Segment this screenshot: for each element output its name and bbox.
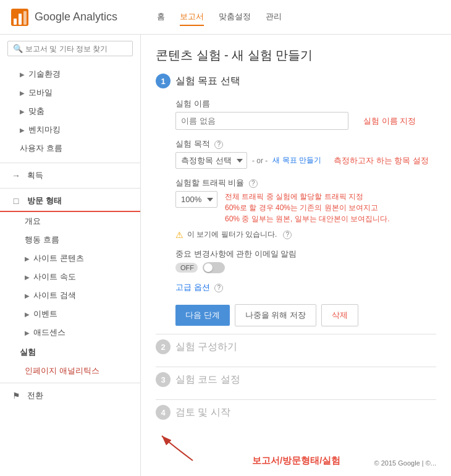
experiment-name-hint: 실험 이름 지정 bbox=[363, 116, 416, 127]
experiment-name-input[interactable] bbox=[175, 112, 348, 130]
sidebar-divider bbox=[0, 163, 140, 163]
step-3-circle: 3 bbox=[156, 372, 171, 387]
main-content: 콘텐츠 실험 - 새 실험 만들기 1 실험 목표 선택 실험 이름 실험 이름… bbox=[141, 35, 451, 476]
advanced-options-row: 고급 옵션 ? bbox=[175, 282, 436, 293]
step-2-title: 실험 구성하기 bbox=[175, 341, 237, 354]
chevron-icon: ▶ bbox=[25, 292, 30, 299]
step-2-header[interactable]: 2 실험 구성하기 bbox=[156, 334, 436, 359]
sidebar-item-experiment[interactable]: 실험 bbox=[0, 342, 140, 362]
chevron-icon: ▶ bbox=[20, 127, 25, 134]
step-2-circle: 2 bbox=[156, 339, 171, 354]
top-nav: 홈 보고서 맞춤설정 관리 bbox=[157, 9, 282, 26]
warning-question-icon[interactable]: ? bbox=[283, 231, 292, 239]
experiment-name-label: 실험 이름 bbox=[175, 98, 436, 109]
new-goal-link[interactable]: 새 목표 만들기 bbox=[272, 155, 321, 166]
step-1-header: 1 실험 목표 선택 bbox=[156, 74, 436, 88]
svg-rect-2 bbox=[19, 14, 22, 25]
experiment-goal-label: 실험 목적 ? bbox=[175, 138, 436, 150]
traffic-row: 100% 전체 트래픽 중 실험에 할당할 트래픽 지정 60%로 할 경우 4… bbox=[175, 191, 436, 224]
nav-customize[interactable]: 맞춤설정 bbox=[219, 9, 251, 26]
chevron-icon: ▶ bbox=[25, 311, 30, 318]
search-icon: 🔍 bbox=[13, 44, 23, 53]
annotation-text: 보고서/방문형태/실험 bbox=[252, 455, 340, 467]
footer-copyright: © 2015 Google | ©... bbox=[374, 459, 436, 467]
search-input[interactable] bbox=[25, 45, 127, 53]
email-label: 중요 변경사항에 관한 이메일 알림 bbox=[175, 249, 436, 260]
ga-logo-icon bbox=[10, 7, 30, 27]
logo-text: Google Analytics bbox=[35, 11, 117, 23]
sidebar-section-audience: ▶ 기술환경 ▶ 모바일 ▶ 맞춤 ▶ 벤치마킹 사용자 흐름 bbox=[0, 62, 140, 160]
nav-home[interactable]: 홈 bbox=[157, 9, 165, 26]
step-1-form: 실험 이름 실험 이름 지정 실험 목적 ? 측정항목 선택 - or - 새 … bbox=[175, 98, 436, 326]
traffic-question-icon[interactable]: ? bbox=[249, 179, 258, 188]
sidebar-item-behavior-header[interactable]: □ 방문 형태 bbox=[0, 191, 140, 212]
sidebar-item-custom[interactable]: ▶ 맞춤 bbox=[0, 102, 140, 121]
sidebar-item-overview[interactable]: 개요 bbox=[0, 212, 140, 231]
step-1-circle: 1 bbox=[156, 74, 171, 88]
toggle-off-label: OFF bbox=[175, 263, 198, 273]
sidebar-item-behavior-flow[interactable]: 행동 흐름 bbox=[0, 231, 140, 249]
chevron-icon: ▶ bbox=[25, 329, 30, 336]
step-3-title: 실험 코드 설정 bbox=[175, 373, 240, 386]
acquisition-icon: → bbox=[10, 169, 22, 182]
page-title: 콘텐츠 실험 - 새 실험 만들기 bbox=[156, 47, 436, 64]
next-step-button[interactable]: 다음 단계 bbox=[175, 305, 230, 326]
conversion-icon: ⚑ bbox=[10, 389, 22, 402]
sidebar-divider-3 bbox=[0, 383, 140, 383]
traffic-hint: 전체 트래픽 중 실험에 할당할 트래픽 지정 60%로 할 경우 40%는 기… bbox=[225, 191, 390, 224]
chevron-icon: ▶ bbox=[20, 90, 25, 96]
svg-rect-1 bbox=[14, 19, 17, 25]
logo-area: Google Analytics bbox=[10, 7, 145, 27]
sidebar: 🔍 ▶ 기술환경 ▶ 모바일 ▶ 맞춤 ▶ 벤치마킹 사용자 흐름 bbox=[0, 35, 141, 476]
sidebar-divider-2 bbox=[0, 188, 140, 189]
or-text: - or - bbox=[252, 156, 268, 165]
sidebar-item-inpage[interactable]: 인페이지 애널리틱스 bbox=[0, 362, 140, 380]
nav-reports[interactable]: 보고서 bbox=[180, 9, 204, 26]
nav-admin[interactable]: 관리 bbox=[266, 9, 282, 26]
goal-question-icon[interactable]: ? bbox=[214, 140, 223, 149]
step-1-title: 실험 목표 선택 bbox=[175, 75, 240, 88]
traffic-label: 실험할 트래픽 비율 ? bbox=[175, 177, 436, 189]
chevron-icon: ▶ bbox=[25, 255, 30, 262]
chevron-icon: ▶ bbox=[20, 108, 25, 115]
warning-row: ⚠ 이 보기에 필터가 있습니다. ? bbox=[175, 229, 436, 240]
delete-button[interactable]: 삭제 bbox=[321, 304, 358, 326]
chevron-icon: ▶ bbox=[25, 274, 30, 281]
annotation-arrow-svg bbox=[156, 430, 230, 467]
toggle-slider[interactable] bbox=[203, 262, 225, 273]
sidebar-item-site-content[interactable]: ▶ 사이트 콘텐츠 bbox=[0, 249, 140, 268]
search-box[interactable]: 🔍 bbox=[7, 41, 133, 56]
toggle-knob bbox=[204, 263, 213, 272]
toggle-row[interactable]: OFF bbox=[175, 262, 436, 273]
sidebar-item-site-search[interactable]: ▶ 사이트 검색 bbox=[0, 286, 140, 305]
svg-rect-3 bbox=[23, 11, 27, 25]
sidebar-item-events[interactable]: ▶ 이벤트 bbox=[0, 305, 140, 323]
warning-icon: ⚠ bbox=[175, 230, 183, 240]
buttons-row: 다음 단계 나중을 위해 저장 삭제 bbox=[175, 304, 436, 326]
step-4-circle: 4 bbox=[156, 405, 171, 420]
advanced-question-icon[interactable]: ? bbox=[214, 284, 223, 292]
sidebar-item-conversion[interactable]: ⚑ 전환 bbox=[0, 386, 140, 406]
traffic-select[interactable]: 100% bbox=[175, 191, 217, 208]
layout: 🔍 ▶ 기술환경 ▶ 모바일 ▶ 맞춤 ▶ 벤치마킹 사용자 흐름 bbox=[0, 35, 451, 476]
advanced-options-link[interactable]: 고급 옵션 bbox=[175, 283, 210, 292]
sidebar-item-mobile[interactable]: ▶ 모바일 bbox=[0, 83, 140, 102]
goal-hint: 측정하고자 하는 항목 설정 bbox=[334, 155, 429, 166]
sidebar-item-adsense[interactable]: ▶ 애드센스 bbox=[0, 323, 140, 342]
goal-select[interactable]: 측정항목 선택 bbox=[175, 152, 247, 169]
sidebar-item-site-speed[interactable]: ▶ 사이트 속도 bbox=[0, 268, 140, 286]
behavior-icon: □ bbox=[10, 195, 22, 207]
chevron-icon: ▶ bbox=[20, 71, 25, 78]
header: Google Analytics 홈 보고서 맞춤설정 관리 bbox=[0, 0, 451, 35]
sidebar-item-benchmarking[interactable]: ▶ 벤치마킹 bbox=[0, 121, 140, 139]
step-4-title: 검토 및 시작 bbox=[175, 406, 230, 419]
experiment-goal-row: 측정항목 선택 - or - 새 목표 만들기 측정하고자 하는 항목 설정 bbox=[175, 152, 436, 169]
sidebar-item-user-flow[interactable]: 사용자 흐름 bbox=[0, 139, 140, 158]
save-later-button[interactable]: 나중을 위해 저장 bbox=[235, 304, 316, 326]
behavior-section: □ 방문 형태 bbox=[0, 191, 140, 212]
annotation-area: 보고서/방문형태/실험 © 2015 Google | ©... bbox=[156, 430, 436, 467]
sidebar-item-tech[interactable]: ▶ 기술환경 bbox=[0, 65, 140, 83]
step-3-header[interactable]: 3 실험 코드 설정 bbox=[156, 367, 436, 392]
sidebar-item-acquisition[interactable]: → 획득 bbox=[0, 166, 140, 185]
step-4-header[interactable]: 4 검토 및 시작 bbox=[156, 399, 436, 425]
